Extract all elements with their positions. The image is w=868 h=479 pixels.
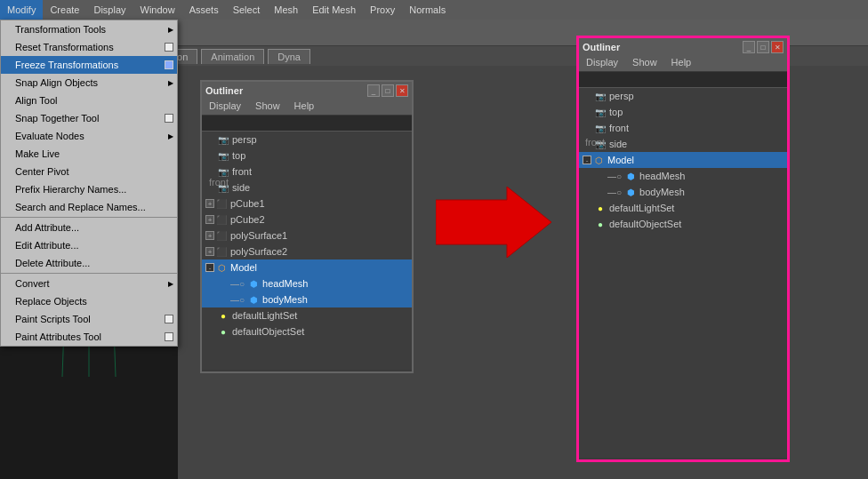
outliner1-item-headmesh[interactable]: —○ ⬢ headMesh (202, 275, 412, 291)
outliner2-help-menu[interactable]: Help (664, 56, 699, 71)
tab-dyna[interactable]: Dyna (268, 49, 310, 64)
menu-modify[interactable]: Modify (0, 0, 43, 20)
menu-assets[interactable]: Assets (182, 0, 226, 20)
expand-icon (583, 219, 593, 229)
submenu-arrow: ▶ (168, 79, 173, 87)
outliner1-window-controls: _ □ ✕ (367, 84, 408, 97)
outliner1-item-pcube2[interactable]: + ⬛ pCube2 (202, 212, 412, 228)
outliner2-maximize-btn[interactable]: □ (757, 41, 769, 53)
outliner2-item-bodymesh[interactable]: —○ ⬢ bodyMesh (579, 184, 787, 200)
outliner1-item-defaultobjectset[interactable]: ● defaultObjectSet (202, 323, 412, 339)
outliner1-item-bodymesh[interactable]: —○ ⬢ bodyMesh (202, 291, 412, 307)
menu-select[interactable]: Select (226, 0, 268, 20)
menu-normals[interactable]: Normals (402, 0, 453, 20)
outliner1-item-top[interactable]: 📷 top (202, 148, 412, 164)
menu-item-paint-attributes[interactable]: Paint Attributes Tool (1, 328, 177, 346)
outliner2-close-btn[interactable]: ✕ (771, 41, 784, 53)
outliner1-minimize-btn[interactable]: _ (367, 84, 380, 97)
outliner2-item-headmesh[interactable]: —○ ⬢ headMesh (579, 168, 787, 184)
outliner2-display-menu[interactable]: Display (579, 56, 625, 71)
expand-icon (205, 134, 216, 145)
tab-animation[interactable]: Animation (201, 49, 264, 64)
menu-proxy[interactable]: Proxy (363, 0, 402, 20)
menu-item-replace-objects[interactable]: Replace Objects (1, 292, 177, 310)
menu-item-paint-scripts[interactable]: Paint Scripts Tool (1, 310, 177, 328)
menu-display[interactable]: Display (86, 0, 133, 20)
menu-mesh[interactable]: Mesh (267, 0, 305, 20)
outliner1-maximize-btn[interactable]: □ (382, 84, 394, 97)
outliner1-display-menu[interactable]: Display (202, 100, 248, 115)
expand-icon (205, 310, 216, 321)
menu-item-delete-attribute[interactable]: Delete Attribute... (1, 254, 177, 272)
outliner2-search-input[interactable] (579, 72, 787, 88)
outliner2-item-side[interactable]: 📷 side (579, 136, 787, 152)
child-dash: —○ (230, 295, 245, 305)
outliner1-menubar: Display Show Help (202, 100, 412, 116)
mesh-icon: ⬢ (246, 292, 261, 307)
top-toolbar: Modify Create Display Window Assets Sele… (0, 0, 868, 20)
menu-item-evaluate-nodes[interactable]: Evaluate Nodes ▶ (1, 127, 177, 145)
camera-icon: 📷 (216, 148, 230, 163)
submenu-arrow: ▶ (168, 26, 173, 34)
outliner2-title: Outliner (583, 42, 620, 52)
mesh-icon: ⬢ (246, 276, 261, 291)
menu-checkbox-freeze (165, 60, 173, 69)
outliner1-item-front[interactable]: 📷 front (202, 164, 412, 180)
cube-icon: ⬛ (214, 196, 229, 211)
child-dash: —○ (607, 172, 622, 181)
outliner1-item-pcube1[interactable]: + ⬛ pCube1 (202, 196, 412, 212)
outliner2-window-controls: _ □ ✕ (743, 41, 784, 53)
menu-item-snap-align-objects[interactable]: Snap Align Objects ▶ (1, 74, 177, 92)
expand-icon: + (205, 199, 214, 208)
outliner1-show-menu[interactable]: Show (248, 100, 287, 115)
outliner2-item-defaultobjectset[interactable]: ● defaultObjectSet (579, 216, 787, 232)
menu-item-prefix-hierarchy[interactable]: Prefix Hierarchy Names... (1, 180, 177, 198)
menu-divider-2 (1, 273, 177, 274)
menu-item-reset-transformations[interactable]: Reset Transformations (1, 38, 177, 56)
outliner2-item-model[interactable]: - ⬡ Model (579, 152, 787, 168)
submenu-arrow: ▶ (168, 132, 173, 140)
menu-item-freeze-transformations[interactable]: Freeze Transformations (1, 56, 177, 74)
outliner2-item-persp[interactable]: 📷 persp (579, 88, 787, 104)
light-icon: ● (216, 308, 230, 323)
outliner2-show-menu[interactable]: Show (625, 56, 664, 71)
modify-menu-dropdown: Transformation Tools ▶ Reset Transformat… (0, 20, 178, 347)
outliner2-item-top[interactable]: 📷 top (579, 104, 787, 120)
outliner2-content: 📷 persp 📷 top 📷 front 📷 side - ⬡ Model (579, 88, 787, 458)
expand-icon (205, 150, 216, 161)
expand-icon (205, 326, 216, 337)
menu-item-add-attribute[interactable]: Add Attribute... (1, 219, 177, 236)
menu-item-center-pivot[interactable]: Center Pivot (1, 163, 177, 180)
menu-item-search-replace[interactable]: Search and Replace Names... (1, 198, 177, 216)
outliner1-help-menu[interactable]: Help (287, 100, 322, 115)
menu-item-transformation-tools[interactable]: Transformation Tools ▶ (1, 20, 177, 38)
outliner1-item-side[interactable]: 📷 side (202, 180, 412, 196)
menu-item-make-live[interactable]: Make Live (1, 145, 177, 163)
outliner2-minimize-btn[interactable]: _ (743, 41, 755, 53)
outliner1-close-btn[interactable]: ✕ (396, 84, 408, 97)
outliner2-item-defaultlightset[interactable]: ● defaultLightSet (579, 200, 787, 216)
menu-item-convert[interactable]: Convert ▶ (1, 275, 177, 292)
menu-item-snap-together-tool[interactable]: Snap Together Tool (1, 109, 177, 127)
set-icon: ● (216, 324, 230, 339)
outliner1-item-persp[interactable]: 📷 persp (202, 132, 412, 148)
cube-icon: ⬛ (214, 228, 229, 243)
menu-checkbox-snap (165, 114, 173, 123)
mesh-icon: ⬢ (623, 169, 638, 183)
outliner2-item-front[interactable]: 📷 front (579, 120, 787, 136)
outliner1-search-input[interactable] (202, 116, 412, 132)
outliner1-item-polysurface2[interactable]: + ⬛ polySurface2 (202, 243, 412, 259)
cube-icon: ⬛ (214, 212, 229, 227)
menu-item-align-tool[interactable]: Align Tool (1, 92, 177, 109)
outliner-panel-2: Outliner _ □ ✕ Display Show Help 📷 persp… (576, 36, 790, 462)
menu-editmesh[interactable]: Edit Mesh (305, 0, 363, 20)
outliner1-item-defaultlightset[interactable]: ● defaultLightSet (202, 307, 412, 323)
outliner1-item-model[interactable]: - ⬡ Model (202, 259, 412, 275)
menu-window[interactable]: Window (133, 0, 182, 20)
outliner1-item-polysurface1[interactable]: + ⬛ polySurface1 (202, 228, 412, 243)
menu-item-edit-attribute[interactable]: Edit Attribute... (1, 236, 177, 254)
menu-create[interactable]: Create (43, 0, 86, 20)
outliner1-title: Outliner (205, 85, 243, 96)
expand-icon: - (583, 156, 591, 164)
submenu-arrow: ▶ (168, 280, 173, 288)
